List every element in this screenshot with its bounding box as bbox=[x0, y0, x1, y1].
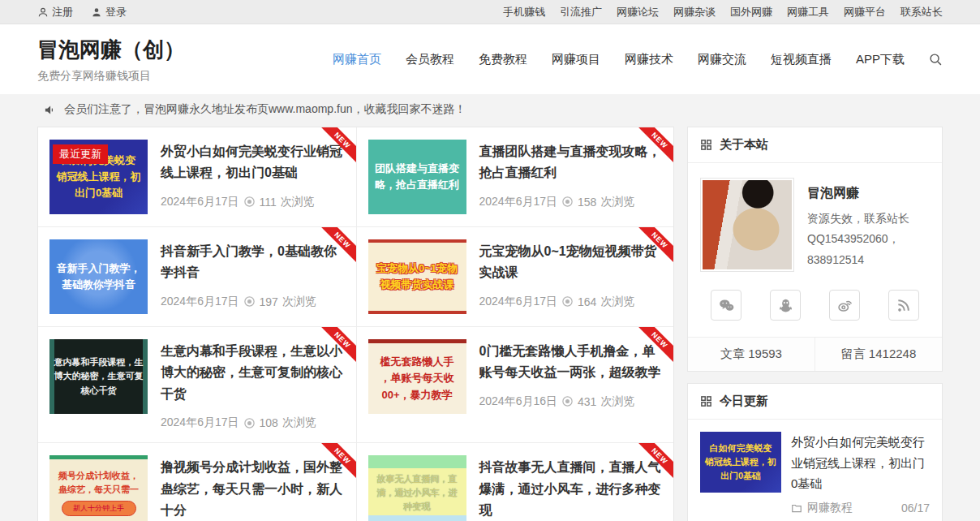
topbar-link-misc[interactable]: 网赚杂谈 bbox=[673, 5, 716, 19]
eye-icon bbox=[561, 196, 574, 208]
nav-projects[interactable]: 网赚项目 bbox=[552, 52, 600, 67]
post-title[interactable]: 外贸小白如何完美蜕变行业销冠线上课程，初出门0基础 bbox=[161, 141, 345, 184]
nav-home[interactable]: 网赚首页 bbox=[333, 52, 381, 67]
grid-icon bbox=[700, 395, 712, 407]
post-views: 164 bbox=[578, 295, 596, 308]
post-views: 158 bbox=[578, 196, 596, 209]
post-card[interactable]: NEW 频号分成计划收益， 蛊综艺，每天只需一 新人十分钟上手 撸视频号分成计划… bbox=[38, 442, 356, 521]
new-ribbon: NEW bbox=[636, 227, 673, 265]
post-card[interactable]: NEW 宝宠物从0~1宠物 视频带货实战课 元宝宠物从0~1宠物短视频带货实战课… bbox=[356, 226, 674, 326]
folder-icon bbox=[791, 502, 802, 514]
thumb-button: 新人十分钟上手 bbox=[62, 501, 136, 516]
post-views: 431 bbox=[578, 395, 596, 408]
about-widget-title: 关于本站 bbox=[720, 137, 768, 153]
site-title[interactable]: 冒泡网赚（创） bbox=[37, 36, 185, 64]
post-meta: 2024年6月17日 197 次浏览 bbox=[161, 295, 345, 309]
post-thumbnail[interactable]: 意内幕和手段课程，生 博大的秘密，生意可复 核心干货 bbox=[49, 339, 148, 414]
login-link[interactable]: 登录 bbox=[91, 5, 127, 19]
weibo-button[interactable] bbox=[829, 290, 860, 321]
site-branding[interactable]: 冒泡网赚（创） 免费分享网络赚钱项目 bbox=[37, 36, 185, 84]
wechat-button[interactable] bbox=[711, 290, 741, 321]
post-meta: 2024年6月17日 158 次浏览 bbox=[479, 195, 663, 209]
site-header: 冒泡网赚（创） 免费分享网络赚钱项目 网赚首页 会员教程 免费教程 网赚项目 网… bbox=[0, 24, 980, 94]
post-title[interactable]: 直播团队搭建与直播变现攻略，抢占直播红利 bbox=[479, 141, 663, 184]
topbar-link-overseas[interactable]: 国外网赚 bbox=[730, 5, 772, 19]
topbar-link-forum[interactable]: 网赚论坛 bbox=[617, 5, 659, 19]
topbar-links: 手机赚钱 引流推广 网赚论坛 网赚杂谈 国外网赚 网赚工具 网赚平台 联系站长 bbox=[503, 5, 943, 19]
nav-shortvideo-live[interactable]: 短视频直播 bbox=[771, 52, 832, 67]
post-date: 2024年6月17日 bbox=[161, 195, 239, 209]
recent-update-badge: 最近更新 bbox=[53, 144, 108, 164]
sidebar: 关于本站 冒泡网赚 资源失效，联系站长QQ1543952060，83891251… bbox=[687, 127, 943, 521]
post-thumbnail[interactable]: 团队搭建与直播变 略，抢占直播红利 bbox=[368, 140, 466, 214]
login-label: 登录 bbox=[105, 5, 127, 19]
post-card[interactable]: NEW 故事无人直播间，直 满，通过小风车，进 种变现 抖音故事无人直播间，直播… bbox=[356, 442, 674, 521]
post-title[interactable]: 撸视频号分成计划收益，国外整蛊综艺，每天只需一小时，新人十分 bbox=[161, 457, 345, 521]
eye-icon bbox=[561, 395, 574, 407]
post-thumbnail[interactable]: 槛无套路懒人手 ，单账号每天收 00+，暴力教学 bbox=[368, 339, 466, 414]
post-card[interactable]: NEW 最近更新 白如何完美蜕变 销冠线上课程，初 出门0基础 外贸小白如何完美… bbox=[38, 127, 356, 226]
qq-icon bbox=[777, 297, 794, 314]
nav-exchange[interactable]: 网赚交流 bbox=[698, 52, 746, 67]
topbar-link-traffic[interactable]: 引流推广 bbox=[560, 5, 602, 19]
nav-tech[interactable]: 网赚技术 bbox=[625, 52, 673, 67]
today-thumbnail[interactable]: 白如何完美蜕变 销冠线上课程，初 出门0基础 bbox=[700, 432, 781, 493]
announcement-bar: 会员们注意了，冒泡网赚永久地址发布页www.maomp.fun，收藏我回家不迷路… bbox=[0, 94, 980, 127]
eye-icon bbox=[243, 196, 256, 208]
post-date: 2024年6月17日 bbox=[479, 295, 558, 309]
person-filled-icon bbox=[91, 6, 102, 18]
post-card[interactable]: NEW 意内幕和手段课程，生 博大的秘密，生意可复 核心干货 生意内幕和手段课程… bbox=[38, 326, 356, 442]
today-item[interactable]: 团队搭建与直播变 略，抢占直播红利 直播团队搭建与直播变现攻略，抢占直播红利 bbox=[688, 515, 942, 521]
topbar-link-contact[interactable]: 联系站长 bbox=[900, 5, 943, 19]
search-icon[interactable] bbox=[929, 53, 943, 67]
post-views-suffix: 次浏览 bbox=[282, 416, 316, 430]
post-views-suffix: 次浏览 bbox=[600, 295, 634, 309]
post-meta: 2024年6月17日 111 次浏览 bbox=[161, 195, 345, 209]
post-thumbnail[interactable]: 音新手入门教学， 基础教你学抖音 bbox=[49, 239, 148, 314]
post-thumbnail[interactable]: 频号分成计划收益， 蛊综艺，每天只需一 新人十分钟上手 bbox=[49, 455, 148, 521]
post-views: 108 bbox=[260, 416, 278, 429]
post-thumbnail[interactable]: 故事无人直播间，直 满，通过小风车，进 种变现 bbox=[368, 455, 466, 521]
nav-app-download[interactable]: APP下载 bbox=[856, 52, 905, 67]
stat-comments: 留言 1412248 bbox=[815, 338, 942, 371]
post-title[interactable]: 抖音新手入门教学，0基础教你学抖音 bbox=[161, 241, 345, 284]
register-link[interactable]: 注册 bbox=[37, 5, 73, 19]
rss-button[interactable] bbox=[888, 290, 919, 321]
new-ribbon: NEW bbox=[319, 127, 356, 165]
post-views: 197 bbox=[260, 295, 278, 308]
post-title[interactable]: 抖音故事无人直播间，直播人气爆满，通过小风车，进行多种变现 bbox=[479, 457, 663, 521]
post-date: 2024年6月17日 bbox=[161, 295, 239, 309]
new-ribbon: NEW bbox=[636, 443, 673, 480]
post-thumbnail[interactable]: 最近更新 白如何完美蜕变 销冠线上课程，初 出门0基础 bbox=[49, 140, 148, 214]
eye-icon bbox=[243, 417, 256, 429]
post-title[interactable]: 0门槛无套路懒人手机撸金，单账号每天收益一两张，超级教学 bbox=[479, 341, 663, 384]
today-item[interactable]: 白如何完美蜕变 销冠线上课程，初 出门0基础 外贸小白如何完美蜕变行业销冠线上课… bbox=[688, 420, 942, 515]
post-grid: NEW 最近更新 白如何完美蜕变 销冠线上课程，初 出门0基础 外贸小白如何完美… bbox=[37, 127, 674, 521]
speaker-icon bbox=[44, 104, 56, 116]
about-description: 资源失效，联系站长QQ1543952060，838912514 bbox=[807, 209, 930, 272]
main-nav: 网赚首页 会员教程 免费教程 网赚项目 网赚技术 网赚交流 短视频直播 APP下… bbox=[333, 52, 943, 67]
announcement-text[interactable]: 会员们注意了，冒泡网赚永久地址发布页www.maomp.fun，收藏我回家不迷路… bbox=[64, 102, 466, 117]
new-ribbon: NEW bbox=[319, 443, 356, 480]
today-item-title[interactable]: 外贸小白如何完美蜕变行业销冠线上课程，初出门0基础 bbox=[791, 432, 930, 494]
post-card[interactable]: NEW 音新手入门教学， 基础教你学抖音 抖音新手入门教学，0基础教你学抖音 2… bbox=[38, 226, 356, 326]
post-thumbnail[interactable]: 宝宠物从0~1宠物 视频带货实战课 bbox=[368, 239, 466, 314]
post-card[interactable]: NEW 团队搭建与直播变 略，抢占直播红利 直播团队搭建与直播变现攻略，抢占直播… bbox=[356, 127, 674, 226]
today-widget: 今日更新 白如何完美蜕变 销冠线上课程，初 出门0基础 外贸小白如何完美蜕变行业… bbox=[687, 383, 943, 521]
topbar-link-platform[interactable]: 网赚平台 bbox=[844, 5, 886, 19]
today-item-category[interactable]: 网赚教程 bbox=[791, 501, 853, 515]
topbar-link-mobile[interactable]: 手机赚钱 bbox=[503, 5, 545, 19]
today-item-date: 06/17 bbox=[901, 502, 930, 515]
new-ribbon: NEW bbox=[319, 227, 356, 265]
topbar-link-tools[interactable]: 网赚工具 bbox=[787, 5, 829, 19]
post-views-suffix: 次浏览 bbox=[600, 195, 634, 209]
post-meta: 2024年6月16日 431 次浏览 bbox=[479, 394, 663, 409]
qq-button[interactable] bbox=[770, 290, 801, 321]
person-outline-icon bbox=[37, 6, 49, 18]
post-title[interactable]: 生意内幕和手段课程，生意以小博大的秘密，生意可复制的核心干货 bbox=[161, 341, 345, 405]
eye-icon bbox=[243, 295, 256, 308]
nav-member-tutorials[interactable]: 会员教程 bbox=[406, 52, 454, 67]
post-title[interactable]: 元宝宠物从0~1宠物短视频带货实战课 bbox=[479, 241, 663, 284]
nav-free-tutorials[interactable]: 免费教程 bbox=[479, 52, 527, 67]
post-card[interactable]: NEW 槛无套路懒人手 ，单账号每天收 00+，暴力教学 0门槛无套路懒人手机撸… bbox=[356, 326, 674, 442]
